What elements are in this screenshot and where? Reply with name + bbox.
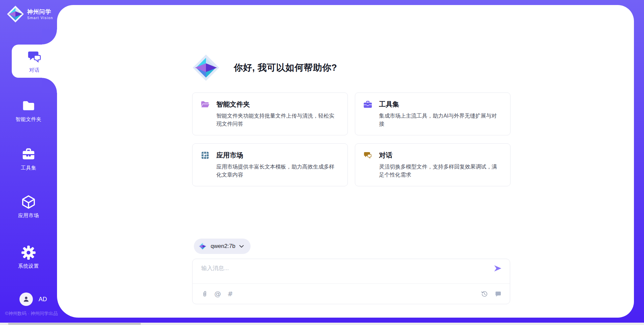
paperclip-icon[interactable] [201, 290, 208, 298]
feature-cards: 智能文件夹 智能文件夹功能支持批量文件上传与清洗，轻松实现文件问答 工具集 集成… [192, 92, 511, 186]
sidebar-item-market[interactable]: 应用市场 [0, 194, 57, 219]
person-icon [22, 295, 30, 303]
sidebar-item-toolset[interactable]: 工具集 [0, 147, 57, 171]
active-tab-fillet-top [42, 29, 57, 45]
card-smart-folder[interactable]: 智能文件夹 智能文件夹功能支持批量文件上传与清洗，轻松实现文件问答 [192, 92, 348, 135]
composer-toolbar: @ # [201, 283, 502, 304]
card-title: 应用市场 [216, 151, 243, 160]
card-chat[interactable]: 对话 灵活切换多模型文件，支持多样回复效果调试，满足个性化需求 [355, 143, 511, 186]
sidebar-item-label: 智能文件夹 [15, 116, 42, 123]
history-icon[interactable] [481, 290, 488, 298]
message-input[interactable] [201, 264, 480, 281]
sidebar-item-label: 对话 [29, 67, 40, 73]
card-app-market[interactable]: 应用市场 应用市场提供丰富长文本模板，助力高效生成多样化文章内容 [192, 143, 348, 186]
comment-icon[interactable] [494, 290, 502, 298]
user-initials: AD [39, 296, 47, 303]
briefcase-icon [363, 100, 372, 109]
card-title: 对话 [379, 151, 392, 160]
card-description: 应用市场提供丰富长文本模板，助力高效生成多样化文章内容 [216, 163, 339, 179]
chat-icon [27, 49, 42, 65]
grid-icon [201, 151, 210, 160]
sidebar-item-settings[interactable]: 系统设置 [0, 245, 57, 269]
sidebar-item-label: 应用市场 [18, 212, 39, 219]
scrollbar-thumb[interactable] [8, 323, 141, 325]
sidebar: 神州问学 Smart Vision 对话 智能文件夹 工具集 应用市场 [0, 0, 57, 325]
sidebar-item-folders[interactable]: 智能文件夹 [0, 98, 57, 123]
gear-icon [21, 245, 36, 260]
card-description: 集成市场上主流工具，助力AI与外界无缝扩展与对接 [379, 112, 502, 128]
at-icon[interactable]: @ [214, 290, 221, 297]
toolbox-icon [21, 147, 36, 162]
user-profile[interactable]: AD [19, 292, 47, 306]
card-description: 智能文件夹功能支持批量文件上传与清洗，轻松实现文件问答 [216, 112, 339, 128]
greeting: 你好, 我可以如何帮助你? [192, 53, 337, 82]
card-title: 工具集 [379, 100, 399, 109]
card-description: 灵活切换多模型文件，支持多样回复效果调试，满足个性化需求 [379, 163, 502, 179]
greeting-text: 你好, 我可以如何帮助你? [234, 62, 337, 74]
folder-icon [21, 98, 36, 114]
sidebar-item-label: 工具集 [21, 165, 37, 171]
brand-logo: 神州问学 Smart Vision [7, 5, 53, 23]
cube-icon [21, 194, 36, 210]
avatar [19, 292, 33, 306]
sidebar-footer: ©神州数码 · 神州问学出品 [5, 311, 58, 317]
model-name: qwen2:7b [211, 243, 235, 250]
folder-open-icon [201, 100, 210, 109]
chat-icon [363, 151, 372, 160]
diamond-logo-icon [192, 53, 220, 82]
diamond-logo-icon [7, 5, 24, 23]
card-title: 智能文件夹 [216, 100, 250, 109]
sidebar-item-chat[interactable]: 对话 [12, 45, 57, 78]
brand-text: 神州问学 Smart Vision [27, 8, 53, 19]
send-icon[interactable] [493, 264, 502, 273]
brand-name: 神州问学 [27, 8, 53, 15]
chevron-down-icon [239, 245, 244, 248]
model-selector[interactable]: qwen2:7b [194, 239, 251, 254]
card-toolset[interactable]: 工具集 集成市场上主流工具，助力AI与外界无缝扩展与对接 [355, 92, 511, 135]
message-composer: @ # [192, 259, 510, 304]
hash-icon[interactable]: # [227, 290, 233, 297]
sidebar-item-label: 系统设置 [18, 263, 39, 269]
active-tab-fillet-bottom [42, 78, 57, 93]
diamond-logo-icon [198, 242, 207, 251]
horizontal-scrollbar [0, 323, 644, 325]
brand-subtitle: Smart Vision [27, 16, 53, 20]
